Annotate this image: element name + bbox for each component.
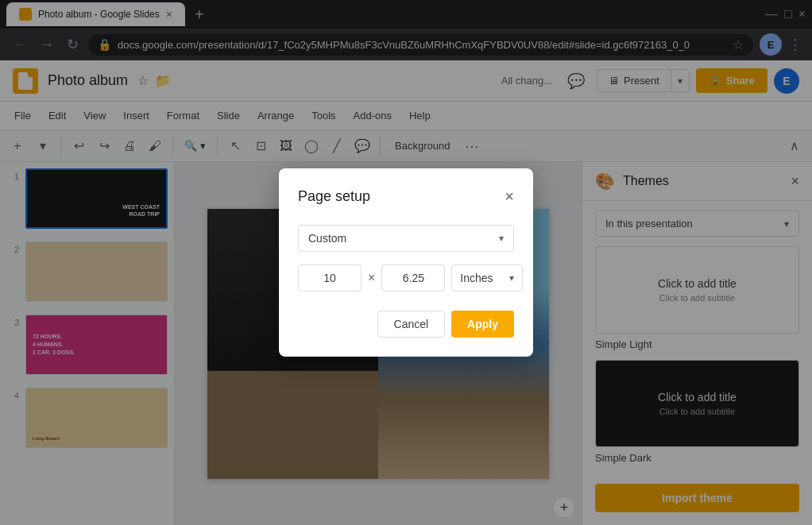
modal-content: Custom ▾ × Inches ▾ bbox=[298, 225, 514, 291]
height-input[interactable] bbox=[381, 264, 445, 291]
page-size-chevron: ▾ bbox=[499, 233, 504, 244]
unit-chevron: ▾ bbox=[509, 272, 514, 284]
unit-label: Inches bbox=[460, 272, 493, 284]
modal-overlay: Page setup × Custom ▾ × Inches ▾ Cancel … bbox=[0, 0, 812, 525]
modal-actions: Cancel Apply bbox=[298, 311, 514, 338]
dimension-row: × Inches ▾ bbox=[298, 264, 514, 291]
modal-header: Page setup × bbox=[298, 187, 514, 206]
page-setup-modal: Page setup × Custom ▾ × Inches ▾ Cancel … bbox=[279, 168, 533, 357]
dimension-x-separator: × bbox=[368, 271, 375, 285]
modal-close-button[interactable]: × bbox=[505, 187, 514, 206]
apply-button[interactable]: Apply bbox=[451, 311, 514, 338]
unit-dropdown[interactable]: Inches ▾ bbox=[451, 264, 523, 291]
page-size-label: Custom bbox=[308, 232, 346, 245]
cancel-button[interactable]: Cancel bbox=[377, 311, 446, 338]
modal-title: Page setup bbox=[298, 188, 370, 205]
width-input[interactable] bbox=[298, 264, 362, 291]
page-size-dropdown[interactable]: Custom ▾ bbox=[298, 225, 514, 252]
